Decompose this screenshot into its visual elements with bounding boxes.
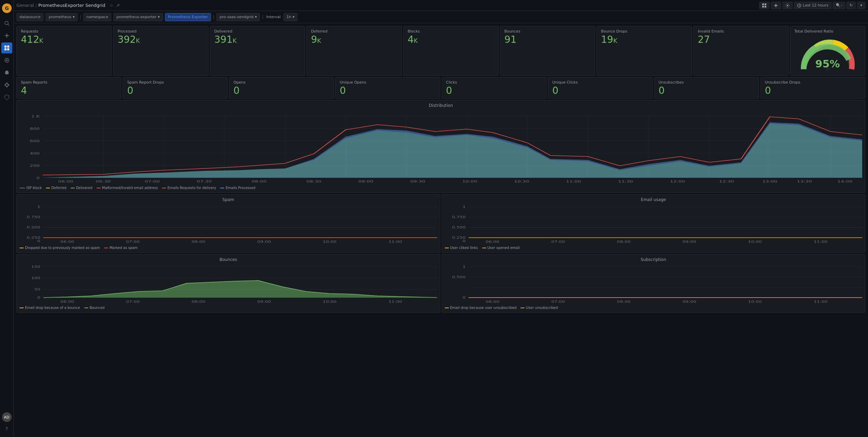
filter-namespace[interactable]: namespace [83, 13, 111, 21]
legend-unsub: User unsubscribed [520, 306, 558, 310]
breadcrumb-parent[interactable]: General [16, 3, 34, 8]
svg-marker-47 [42, 124, 862, 178]
stat-label-bounce-drops: Bounce Drops [601, 29, 687, 34]
svg-text:13:00: 13:00 [762, 179, 777, 183]
svg-text:10:00: 10:00 [323, 240, 337, 244]
stat-card-blocks: Blocks 4K [403, 26, 499, 76]
filter-sep-2: | [213, 14, 214, 20]
sidebar-item-explore[interactable] [1, 55, 12, 66]
stat-card-spam-reports: Spam Reports 4 [16, 77, 121, 99]
subscription-chart-svg: 1 0.500 0 06:00 07:00 08:00 09:00 10:00 … [445, 263, 863, 304]
svg-text:11:00: 11:00 [814, 240, 827, 244]
svg-text:0: 0 [463, 239, 466, 243]
filter-interval[interactable]: 1h ▾ [284, 13, 298, 21]
legend-emails-processed: Emails Processed [220, 186, 255, 190]
user-avatar[interactable]: AD [2, 412, 12, 422]
svg-text:07:00: 07:00 [126, 300, 140, 303]
svg-rect-13 [765, 3, 766, 5]
stat-card-processed: Processed 392K [113, 26, 208, 76]
stat-value-unsubscribe-drops: 0 [765, 86, 861, 96]
legend-bounced: Bounced [84, 306, 105, 310]
legend-dot-delivered [71, 188, 75, 188]
legend-dot-user-clicked [445, 248, 449, 248]
breadcrumb-current[interactable]: PrometheusExporter Sendgrid [38, 3, 105, 8]
zoom-out-btn[interactable]: 🔍- [833, 2, 845, 9]
sidebar-item-settings[interactable] [1, 79, 12, 90]
stat-value-requests: 412K [21, 35, 107, 45]
sidebar-item-help[interactable]: ? [1, 423, 12, 434]
gauge-value-text: 95% [815, 58, 840, 70]
add-panel-btn[interactable] [771, 2, 781, 9]
stat-label-processed: Processed [117, 29, 204, 34]
stat-card-unsubscribe-drops: Unsubscribe Drops 0 [760, 77, 865, 99]
filter-prometheus-exporter-label[interactable]: Prometheus Exporter [165, 13, 211, 21]
legend-dot-bounced [84, 308, 88, 308]
share-icon[interactable]: ⇗ [116, 3, 120, 8]
stat-label-clicks: Clicks [446, 80, 542, 85]
stat-value-opens: 0 [234, 86, 329, 96]
settings-btn[interactable] [782, 2, 793, 9]
sidebar-item-shield[interactable] [1, 92, 12, 103]
stat-row-1: Requests 412K Processed 392K Delivered 3… [16, 26, 865, 76]
filter-prometheus-exporter[interactable]: prometheus-exporter ▾ [113, 13, 163, 21]
star-icon[interactable]: ☆ [110, 3, 114, 8]
stat-value-deferred: 9K [311, 35, 397, 45]
stat-value-delivered: 391K [214, 35, 301, 45]
svg-line-3 [8, 24, 9, 26]
sidebar-item-new[interactable] [1, 30, 12, 41]
legend-bounce-drop: Email drop because of a bounce [20, 306, 80, 310]
svg-point-18 [787, 5, 788, 6]
legend-dot-spam-drop [20, 248, 24, 248]
topbar-actions: Last 12 hours 🔍- ↻ ▾ [759, 2, 865, 9]
svg-text:11:00: 11:00 [388, 240, 402, 244]
time-range-btn[interactable]: Last 12 hours [794, 2, 831, 9]
prometheus-label: prometheus [49, 15, 71, 19]
refresh-btn[interactable]: ↻ [846, 2, 856, 9]
svg-point-10 [5, 58, 9, 62]
filter-datasource[interactable]: datasource [16, 13, 43, 21]
stat-card-requests: Requests 412K [16, 26, 112, 76]
stat-value-invalid-emails: 27 [698, 35, 784, 45]
filter-prometheus[interactable]: prometheus ▾ [46, 13, 78, 21]
svg-text:06:00: 06:00 [58, 179, 73, 183]
panel-view-btn[interactable] [759, 2, 769, 9]
svg-rect-12 [762, 3, 764, 5]
svg-text:08:30: 08:30 [306, 179, 322, 183]
svg-rect-5 [5, 35, 9, 36]
chart-row-bottom-1: Spam 1 0.750 0.500 0.250 0 06:00 [16, 194, 865, 253]
svg-rect-7 [7, 46, 9, 48]
sidebar-item-search[interactable] [1, 18, 12, 29]
svg-rect-6 [4, 46, 7, 48]
legend-dot-user-opened [482, 248, 486, 248]
filter-pro-saas[interactable]: pro-saas-sendgrid ▾ [216, 13, 260, 21]
svg-text:800: 800 [30, 127, 40, 130]
svg-text:11:00: 11:00 [566, 179, 581, 183]
app-logo[interactable]: G [1, 3, 12, 14]
svg-text:0: 0 [36, 176, 40, 180]
gauge-label: Total Delivered Ratio [794, 29, 833, 34]
svg-text:08:00: 08:00 [617, 240, 630, 244]
svg-text:0: 0 [463, 296, 466, 299]
stat-label-unique-clicks: Unique Clicks [552, 80, 648, 85]
legend-dot-unsub [520, 308, 525, 308]
legend-dot-isp [20, 188, 25, 188]
interval-label: Interval [265, 15, 281, 19]
stat-card-bounces: Bounces 91 [500, 26, 595, 76]
svg-text:07:00: 07:00 [145, 179, 160, 183]
refresh-chevron-btn[interactable]: ▾ [857, 2, 865, 9]
svg-text:08:00: 08:00 [192, 300, 205, 303]
stat-value-clicks: 0 [446, 86, 542, 96]
filter-sep-1: | [80, 14, 81, 20]
stat-label-unsubscribe-drops: Unsubscribe Drops [765, 80, 861, 85]
chart-panel-spam: Spam 1 0.750 0.500 0.250 0 06:00 [16, 194, 440, 253]
stat-value-spam-reports: 4 [21, 86, 117, 96]
svg-text:0.250: 0.250 [452, 236, 466, 239]
distribution-chart-svg: 1 K 800 600 400 200 0 06:00 06:30 07:00 … [20, 109, 862, 185]
legend-spam-mark: Marked as spam [104, 246, 138, 250]
stat-label-delivered: Delivered [214, 29, 301, 34]
sidebar-item-dashboards[interactable] [1, 42, 12, 53]
legend-isp-block: ISP block [20, 186, 42, 190]
svg-text:0: 0 [37, 296, 40, 299]
svg-text:09:00: 09:00 [257, 240, 271, 244]
sidebar-item-alerting[interactable] [1, 67, 12, 78]
